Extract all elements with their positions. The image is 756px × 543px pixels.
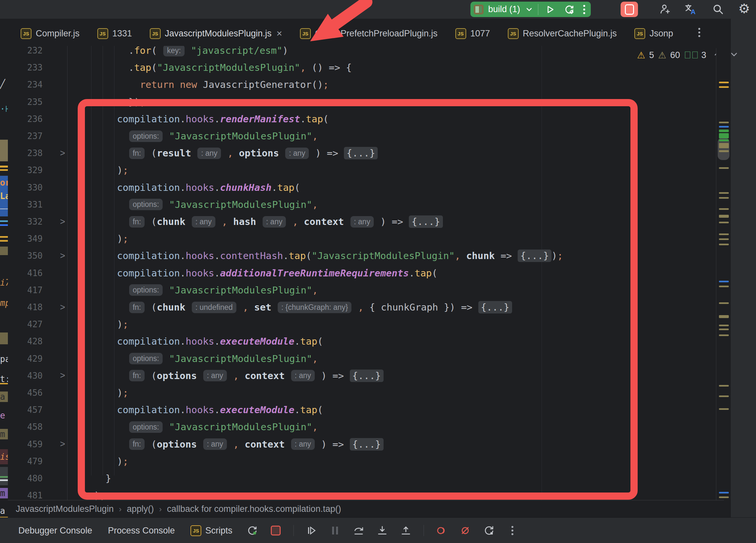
stop-icon[interactable] [269, 523, 283, 538]
tab-1331[interactable]: JS1331 [89, 19, 141, 48]
stripe-mark-olive[interactable] [719, 122, 729, 123]
stripe-mark-yellow[interactable] [719, 82, 729, 83]
debug-console-bar: Debugger ConsoleProcess ConsoleJSScripts [0, 517, 756, 543]
console-kebab-icon[interactable] [505, 523, 520, 538]
ok-count[interactable]: 3 [701, 50, 706, 60]
stripe-mark-olive[interactable] [719, 197, 729, 199]
stripe-mark-olive[interactable] [719, 325, 729, 326]
background-fragment: i7 [0, 277, 8, 288]
run-options-kebab-icon[interactable] [581, 2, 587, 17]
stripe-mark-olive[interactable] [719, 395, 729, 397]
js-file-icon: JS [190, 525, 201, 536]
background-window-strip: ╱·⊦orLa––i7mppat:aemisma✓ [0, 0, 8, 517]
line-number: 481 [10, 491, 43, 500]
run-config-label[interactable]: build (1) [488, 4, 520, 14]
code-line-232[interactable]: 232.for( key: "javascript/esm") [8, 46, 716, 59]
stripe-mark-olive[interactable] [719, 167, 729, 169]
stripe-mark-olive[interactable] [719, 385, 729, 387]
stripe-mark-olive[interactable] [719, 150, 729, 152]
stripe-mark-yellow[interactable] [719, 86, 729, 88]
js-file-icon: JS [150, 28, 161, 39]
add-user-button[interactable] [658, 2, 672, 16]
step-over-icon[interactable] [351, 523, 366, 538]
stripe-mark-olive[interactable] [719, 329, 729, 330]
js-file-icon: JS [21, 28, 31, 39]
tab-JavascriptModulesPlugin.js[interactable]: JSJavascriptModulesPlugin.js× [141, 19, 291, 48]
search-icon[interactable] [711, 2, 725, 16]
stripe-mark-green[interactable] [719, 133, 729, 138]
stripe-mark-blue[interactable] [719, 492, 729, 493]
stripe-mark-olive[interactable] [719, 244, 729, 245]
background-fragment: is [0, 449, 8, 464]
reset-frame-icon[interactable] [482, 523, 496, 538]
warning-weak-count[interactable]: 60 [670, 50, 680, 60]
breadcrumb-item[interactable]: apply() [127, 504, 154, 514]
stripe-mark-olive[interactable] [719, 408, 729, 410]
tab-Jsonp[interactable]: JSJsonp [626, 19, 673, 48]
view-breakpoints-icon[interactable] [434, 523, 449, 538]
error-stripe[interactable] [716, 48, 731, 500]
background-fragment: e [0, 411, 8, 420]
stripe-mark-green[interactable] [719, 139, 729, 141]
line-number: 456 [10, 388, 43, 398]
tab-1077[interactable]: JS1077 [447, 19, 499, 48]
translate-icon[interactable]: A [683, 2, 698, 16]
fold-chevron-icon[interactable]: > [58, 371, 68, 381]
tab-ResolverCachePlugin.js[interactable]: JSResolverCachePlugin.js [499, 19, 626, 48]
stripe-mark-olive[interactable] [719, 302, 729, 304]
stripe-mark-olive[interactable] [719, 496, 729, 498]
stripe-mark-olive[interactable] [719, 215, 729, 218]
stripe-mark-olive[interactable] [719, 143, 729, 148]
code-line-233[interactable]: 233.tap("JavascriptModulesPlugin", () =>… [8, 59, 716, 76]
console-tab-Process Console[interactable]: Process Console [105, 518, 178, 543]
tab-list-kebab-icon[interactable] [698, 26, 700, 39]
background-fragment: pa [0, 354, 8, 364]
line-number: 417 [10, 285, 43, 295]
stripe-mark-olive[interactable] [719, 233, 729, 235]
warning-strong-count[interactable]: 5 [649, 50, 654, 60]
run-configuration-widget[interactable]: build (1) [470, 2, 591, 17]
stripe-mark-olive[interactable] [719, 334, 729, 336]
tab-close-icon[interactable]: × [276, 29, 282, 38]
rerun-debug-button[interactable] [562, 2, 576, 17]
stripe-mark-olive[interactable] [719, 208, 729, 210]
stripe-mark-olive[interactable] [719, 315, 729, 318]
fold-chevron-icon[interactable]: > [58, 302, 68, 312]
stripe-mark-blue[interactable] [719, 281, 729, 282]
settings-gear-icon[interactable]: ⚙ [737, 1, 751, 16]
tab-label: ResolverCachePlugin.js [523, 29, 617, 39]
tab-ChunkPrefetchPreloadPlugin.js[interactable]: JSChunkPrefetchPreloadPlugin.js [291, 19, 447, 48]
ok-check-icon: ✓᷍ [684, 50, 697, 61]
right-tool-stripe [730, 19, 756, 543]
js-file-icon: JS [300, 28, 311, 39]
breadcrumb[interactable]: JavascriptModulesPlugin›apply()›callback… [8, 500, 724, 518]
line-number: 457 [10, 405, 43, 415]
step-out-icon[interactable] [399, 523, 413, 538]
stripe-mark-blue[interactable] [719, 126, 729, 128]
mute-breakpoints-icon[interactable] [458, 523, 472, 538]
line-number: 459 [10, 439, 43, 449]
stripe-mark-olive[interactable] [719, 286, 729, 287]
stripe-mark-olive[interactable] [719, 238, 729, 240]
stripe-mark-green[interactable] [719, 130, 729, 132]
chevron-down-icon[interactable] [525, 5, 533, 14]
console-tab-Scripts[interactable]: JSScripts [187, 518, 236, 543]
step-into-icon[interactable] [375, 523, 389, 538]
fold-chevron-icon[interactable]: > [58, 439, 68, 449]
stripe-mark-olive[interactable] [719, 192, 729, 194]
breadcrumb-item[interactable]: JavascriptModulesPlugin [16, 504, 114, 514]
console-tab-Debugger Console[interactable]: Debugger Console [15, 518, 95, 543]
resume-icon[interactable] [304, 523, 319, 538]
tab-Compiler.js[interactable]: JSCompiler.js [12, 19, 89, 48]
code-line-234[interactable]: 234return new JavascriptGenerator(); [8, 76, 716, 93]
fold-chevron-icon[interactable]: > [58, 251, 68, 261]
line-number: 428 [10, 336, 43, 346]
fold-chevron-icon[interactable]: > [58, 217, 68, 227]
line-number: 429 [10, 354, 43, 364]
breadcrumb-item[interactable]: callback for compiler.hooks.compilation.… [167, 504, 341, 514]
stop-button[interactable] [621, 2, 638, 17]
fold-chevron-icon[interactable]: > [58, 148, 68, 158]
run-button[interactable] [543, 2, 557, 17]
stripe-mark-olive[interactable] [719, 222, 729, 223]
rerun-icon[interactable] [245, 523, 259, 538]
